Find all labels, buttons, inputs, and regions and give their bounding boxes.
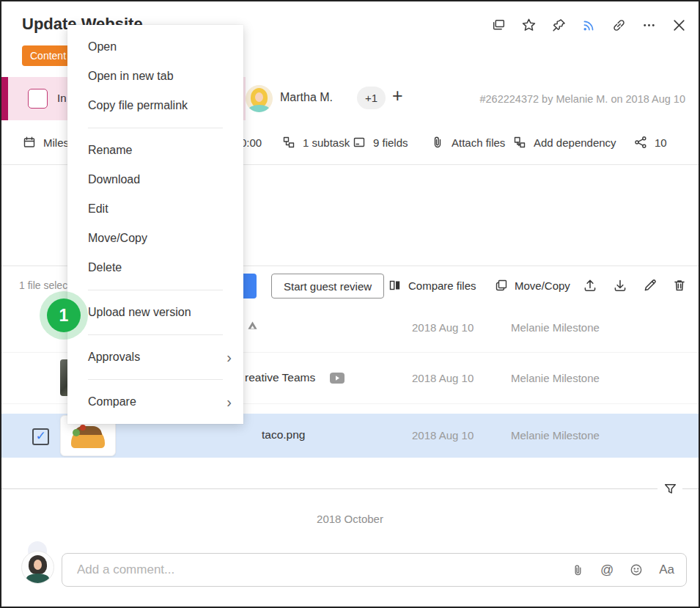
compare-files-icon: [388, 278, 402, 293]
folder-tag-badge[interactable]: Content: [22, 45, 74, 66]
chevron-right-icon: ›: [226, 387, 232, 417]
more-options-icon[interactable]: [641, 17, 657, 33]
menu-item-download[interactable]: Download: [67, 165, 243, 194]
comment-box: @ Aa: [62, 553, 687, 587]
pin-icon[interactable]: [550, 17, 567, 33]
task-meta: #262224372 by Melanie M. on 2018 Aug 10: [479, 93, 685, 105]
subtasks-button[interactable]: 1 subtask: [281, 120, 350, 164]
text-format-button[interactable]: Aa: [659, 563, 674, 577]
current-user-avatar: [21, 551, 54, 584]
fields-button[interactable]: 9 fields: [352, 120, 408, 164]
edit-icon[interactable]: [642, 277, 658, 293]
attach-icon[interactable]: [571, 563, 585, 577]
header-actions: [490, 17, 687, 33]
filter-button[interactable]: [657, 477, 682, 500]
menu-item-compare[interactable]: Compare ›: [67, 387, 243, 417]
close-icon[interactable]: [671, 17, 687, 33]
move-copy-icon: [494, 278, 509, 293]
file-context-menu: Open Open in new tab Copy file permalink…: [67, 25, 243, 424]
share-button[interactable]: 10: [633, 120, 667, 164]
paperclip-icon: [430, 135, 445, 150]
comment-actions: @ Aa: [571, 554, 674, 586]
fields-icon: [352, 135, 366, 150]
time-tracker[interactable]: 0:00: [240, 120, 262, 164]
youtube-icon: [329, 372, 345, 384]
menu-item-delete[interactable]: Delete: [67, 253, 243, 282]
menu-divider: [88, 334, 223, 335]
dependency-icon: [512, 135, 527, 150]
google-drive-icon: [246, 319, 259, 333]
comment-input[interactable]: [62, 554, 561, 586]
file-owner: Melanie Milestone: [511, 429, 600, 442]
status-color-bar: [1, 77, 8, 120]
menu-item-rename[interactable]: Rename: [67, 136, 243, 165]
star-icon[interactable]: [520, 17, 537, 33]
filter-icon: [663, 481, 678, 497]
assignee-avatar[interactable]: [246, 85, 273, 112]
calendar-icon: [22, 135, 37, 150]
menu-divider: [88, 379, 223, 380]
permalink-icon[interactable]: [611, 17, 627, 33]
file-name[interactable]: reative Teams: [245, 371, 315, 384]
task-panel: Update Website Content In Design: [0, 0, 700, 608]
follow-icon[interactable]: [581, 17, 597, 33]
menu-item-open-new-tab[interactable]: Open in new tab: [67, 62, 243, 91]
assignee-name[interactable]: Martha M.: [280, 91, 333, 104]
upload-icon[interactable]: [582, 277, 598, 293]
menu-item-open[interactable]: Open: [67, 32, 243, 62]
file-date: 2018 Aug 10: [412, 321, 474, 334]
file-checkbox-checked[interactable]: ✓: [32, 428, 49, 445]
menu-item-approvals[interactable]: Approvals ›: [67, 343, 243, 372]
menu-divider: [88, 290, 223, 290]
extra-assignees-badge[interactable]: +1: [357, 87, 386, 109]
menu-item-edit[interactable]: Edit: [67, 194, 243, 224]
delete-icon[interactable]: [671, 277, 688, 293]
add-dependency-button[interactable]: Add dependency: [512, 120, 616, 164]
menu-item-copy-permalink[interactable]: Copy file permalink: [67, 91, 243, 120]
move-copy-button[interactable]: Move/Copy: [494, 266, 570, 304]
attach-files-button[interactable]: Attach files: [430, 120, 505, 164]
timeline-group-label: 2018 October: [1, 513, 699, 525]
mention-icon[interactable]: @: [600, 563, 614, 578]
compare-files-button[interactable]: Compare files: [388, 266, 476, 304]
download-icon[interactable]: [612, 277, 628, 293]
file-date: 2018 Aug 10: [412, 372, 474, 384]
start-guest-review-button[interactable]: Start guest review: [271, 274, 384, 298]
file-name[interactable]: taco.png: [262, 428, 305, 442]
share-icon: [633, 135, 648, 150]
file-owner: Melanie Milestone: [511, 321, 600, 334]
subtask-icon: [281, 135, 296, 150]
annotation-step-badge: 1: [47, 298, 81, 332]
complete-checkbox[interactable]: [28, 89, 48, 109]
menu-divider: [88, 128, 223, 128]
emoji-icon[interactable]: [629, 563, 644, 577]
open-in-new-window-icon[interactable]: [490, 17, 506, 33]
add-assignee-button[interactable]: +: [392, 85, 403, 106]
chevron-right-icon: ›: [226, 343, 232, 372]
menu-item-move-copy[interactable]: Move/Copy: [67, 224, 243, 253]
file-date: 2018 Aug 10: [412, 429, 474, 442]
file-owner: Melanie Milestone: [511, 372, 600, 384]
stream-divider: [1, 488, 699, 489]
menu-item-upload-new-version[interactable]: Upload new version: [67, 298, 243, 327]
